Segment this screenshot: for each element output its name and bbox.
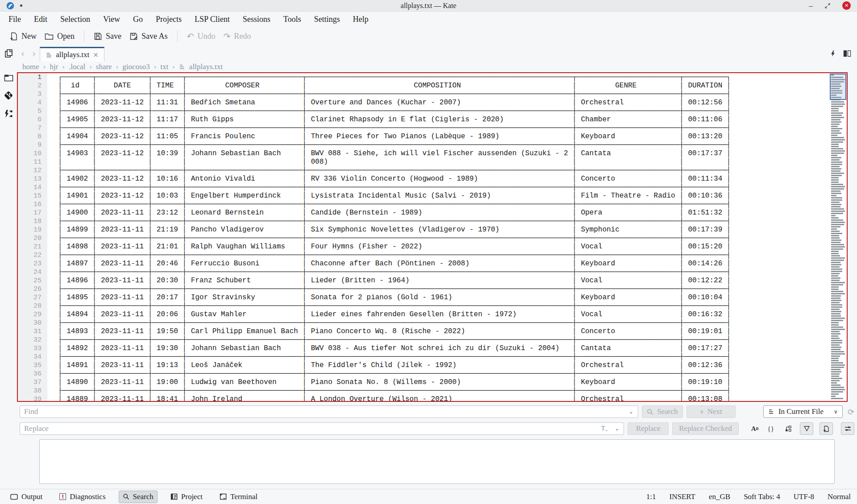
tab-allplays[interactable]: allplays.txt ×	[40, 47, 104, 62]
editor-text-area[interactable]: 1┌───────┬────────────┬───────┬─────────…	[18, 73, 847, 401]
save-button[interactable]: Save	[90, 32, 125, 41]
editor-line[interactable]: 16├───────┼────────────┼───────┼────────…	[18, 200, 847, 209]
open-button[interactable]: Open	[41, 32, 79, 41]
editor-line[interactable]: 9├───────┼────────────┼───────┼─────────…	[18, 141, 847, 149]
editor-line[interactable]: 21│ 14898 │ 2023-11-11 │ 21:01 │ Ralph V…	[18, 243, 847, 251]
input-mode[interactable]: INSERT	[670, 492, 695, 501]
editor-line[interactable]: 24├───────┼────────────┼───────┼────────…	[18, 268, 847, 277]
editor-line[interactable]: 18├───────┼────────────┼───────┼────────…	[18, 217, 847, 226]
search-toolview-button[interactable]: Search	[119, 491, 158, 503]
split-view-icon[interactable]	[843, 50, 851, 57]
breadcrumb-segment-local[interactable]: .local	[69, 62, 85, 71]
editor-line[interactable]: 4│ 14906 │ 2023-11-12 │ 11:31 │ Bedřich …	[18, 99, 847, 107]
diagnostics-toolview-button[interactable]: ! Diagnostics	[55, 491, 109, 503]
editor-line[interactable]: 14├───────┼────────────┼───────┼────────…	[18, 183, 847, 192]
menu-item-lsp-client[interactable]: LSP Client	[195, 15, 230, 24]
breadcrumb-segment-home[interactable]: home	[22, 62, 39, 71]
tab-settings[interactable]: Soft Tabs: 4	[744, 492, 780, 501]
editor-line[interactable]: 35│ 14891 │ 2023-11-11 │ 19:13 │ Leoš Ja…	[18, 361, 847, 370]
project-toolview-button[interactable]: Project	[166, 491, 207, 503]
editor-line[interactable]: 17│ 14900 │ 2023-11-11 │ 23:12 │ Leonard…	[18, 209, 847, 217]
search-scope-dropdown[interactable]: In Current File ∨	[763, 405, 843, 418]
replace-checked-button[interactable]: Replace Checked	[672, 422, 738, 435]
chevron-down-icon[interactable]: ⌄	[629, 409, 633, 415]
breadcrumb-segment-txt[interactable]: txt	[160, 62, 168, 71]
editor-line[interactable]: 31│ 14893 │ 2023-11-11 │ 19:50 │ Carl Ph…	[18, 327, 847, 336]
forward-button[interactable]: ›	[29, 49, 40, 58]
editor-line[interactable]: 8│ 14904 │ 2023-11-12 │ 11:05 │ Francis …	[18, 132, 847, 141]
quick-open-icon[interactable]	[830, 50, 836, 57]
replace-button[interactable]: Replace	[628, 422, 669, 435]
regex-toggle[interactable]: {}	[768, 425, 774, 433]
encoding[interactable]: UTF-8	[794, 492, 814, 501]
editor-line[interactable]: 36├───────┼────────────┼───────┼────────…	[18, 370, 847, 378]
output-toolview-button[interactable]: Output	[6, 491, 46, 503]
save-as-button[interactable]: Save As	[125, 32, 172, 41]
restore-button[interactable]	[824, 3, 831, 9]
editor-line[interactable]: 3├───────┼────────────┼───────┼─────────…	[18, 90, 847, 99]
menu-item-file[interactable]: File	[8, 15, 21, 24]
tab-close-icon[interactable]: ×	[93, 51, 99, 59]
editor-line[interactable]: 29│ 14894 │ 2023-11-11 │ 20:06 │ Gustav …	[18, 310, 847, 319]
editor-line[interactable]: 37│ 14890 │ 2023-11-11 │ 19:00 │ Ludwig …	[18, 378, 847, 387]
editor-line[interactable]: 39│ 14889 │ 2023-11-11 │ 18:41 │ John Ir…	[18, 395, 847, 402]
editor-line[interactable]: 27│ 14895 │ 2023-11-11 │ 20:17 │ Igor St…	[18, 293, 847, 302]
menu-item-projects[interactable]: Projects	[156, 15, 182, 24]
breadcrumb-segment-share[interactable]: share	[96, 62, 112, 71]
editor-view[interactable]: 1┌───────┬────────────┬───────┬─────────…	[17, 72, 848, 402]
editor-line[interactable]: 5├───────┼────────────┼───────┼─────────…	[18, 107, 847, 116]
editor-line[interactable]: 25│ 14896 │ 2023-11-11 │ 20:30 │ Franz S…	[18, 277, 847, 285]
minimap-scrollbar[interactable]	[830, 73, 847, 401]
lsp-symbols-icon[interactable]	[4, 109, 13, 118]
breadcrumb-file[interactable]: allplays.txt	[189, 62, 223, 71]
editor-line[interactable]: 11│ │ │ │ │ 008) │ │ │	[18, 158, 847, 166]
close-button[interactable]: ✕	[842, 1, 851, 10]
cursor-position[interactable]: 1:1	[646, 492, 656, 501]
undo-button[interactable]: ↶ Undo	[183, 31, 220, 41]
match-case-toggle[interactable]: AB	[751, 425, 759, 433]
editor-line[interactable]: 6│ 14905 │ 2023-11-12 │ 11:17 │ Ruth Gip…	[18, 116, 847, 124]
filesystem-browser-icon[interactable]	[4, 74, 13, 82]
search-options-button[interactable]	[841, 422, 854, 435]
editor-line[interactable]: 15│ 14901 │ 2023-11-12 │ 10:03 │ Engelbe…	[18, 192, 847, 200]
dictionary[interactable]: en_GB	[709, 492, 730, 501]
menu-item-view[interactable]: View	[103, 15, 120, 24]
menu-item-settings[interactable]: Settings	[314, 15, 340, 24]
editor-line[interactable]: 13│ 14902 │ 2023-11-12 │ 10:16 │ Antonio…	[18, 175, 847, 183]
editor-line[interactable]: 28├───────┼────────────┼───────┼────────…	[18, 302, 847, 310]
editor-line[interactable]: 32├───────┼────────────┼───────┼────────…	[18, 336, 847, 344]
menu-item-help[interactable]: Help	[353, 15, 369, 24]
documents-sidebar-button[interactable]	[0, 49, 17, 58]
breadcrumb-segment-giocoso3[interactable]: giocoso3	[122, 62, 150, 71]
minimize-button[interactable]: –	[809, 4, 813, 8]
editor-line[interactable]: 19│ 14899 │ 2023-11-11 │ 21:19 │ Pancho …	[18, 226, 847, 234]
new-button[interactable]: New	[5, 32, 41, 41]
redo-button[interactable]: ↷ Redo	[219, 31, 255, 41]
expand-results-toggle[interactable]	[785, 425, 792, 432]
menu-item-sessions[interactable]: Sessions	[243, 15, 270, 24]
editor-line[interactable]: 33│ 14892 │ 2023-11-11 │ 19:30 │ Johann …	[18, 344, 847, 353]
editor-line[interactable]: 20├───────┼────────────┼───────┼────────…	[18, 234, 847, 243]
find-input[interactable]	[20, 407, 638, 416]
editor-line[interactable]: 23│ 14897 │ 2023-11-11 │ 20:46 │ Ferrucc…	[18, 260, 847, 268]
replace-input[interactable]	[20, 424, 624, 433]
menu-item-selection[interactable]: Selection	[60, 15, 90, 24]
editor-line[interactable]: 38├───────┼────────────┼───────┼────────…	[18, 387, 847, 395]
editor-line[interactable]: 30├───────┼────────────┼───────┼────────…	[18, 319, 847, 327]
breadcrumb-segment-hjr[interactable]: hjr	[50, 62, 58, 71]
editor-line[interactable]: 22├───────┼────────────┼───────┼────────…	[18, 251, 847, 260]
editor-line[interactable]: 34├───────┼────────────┼───────┼────────…	[18, 353, 847, 361]
editor-line[interactable]: 2│ id │ DATE │ TIME │ COMPOSER │ COMPOSI…	[18, 82, 847, 90]
new-search-tab-button[interactable]	[820, 422, 833, 435]
menu-item-tools[interactable]: Tools	[283, 15, 301, 24]
editor-line[interactable]: 10│ 14903 │ 2023-11-12 │ 10:39 │ Johann …	[18, 149, 847, 158]
insert-placeholder-icon[interactable]: T+	[601, 425, 607, 433]
menu-item-go[interactable]: Go	[133, 15, 143, 24]
highlighting-mode[interactable]: Normal	[828, 492, 851, 501]
editor-line[interactable]: 26├───────┼────────────┼───────┼────────…	[18, 285, 847, 293]
editor-line[interactable]: 7├───────┼────────────┼───────┼─────────…	[18, 124, 847, 132]
next-button[interactable]: ∨ Next	[686, 405, 736, 418]
editor-line[interactable]: 1┌───────┬────────────┬───────┬─────────…	[18, 73, 847, 82]
editor-line[interactable]: 12├───────┼────────────┼───────┼────────…	[18, 166, 847, 175]
back-button[interactable]: ‹	[17, 49, 29, 58]
